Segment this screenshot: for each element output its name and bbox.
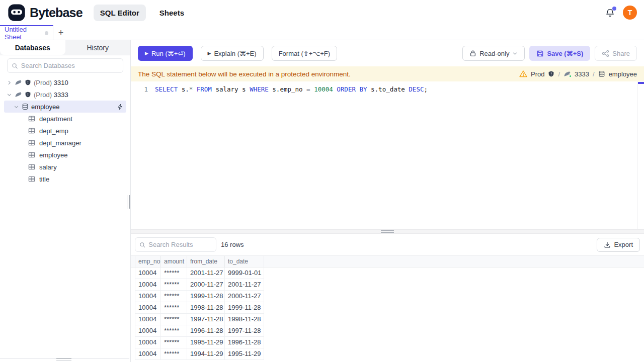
result-row[interactable]: 10004******1997-11-281998-11-28 [135,314,264,325]
tab-databases[interactable]: Databases [0,40,65,55]
result-cell[interactable]: 10004 [135,337,161,348]
environment-label[interactable]: Prod [531,70,544,78]
quick-query-bolt-icon[interactable] [117,104,123,110]
table-item-salary[interactable]: salary [0,161,130,173]
search-databases-input[interactable] [21,62,119,69]
database-label: employee [31,103,59,111]
result-cell[interactable]: 2000-11-27 [225,291,264,302]
table-icon [28,151,35,158]
result-cell[interactable]: ****** [161,291,187,302]
result-cell[interactable]: 2000-11-27 [187,279,225,290]
result-cell[interactable]: 10004 [135,314,161,325]
instance-prod-3310[interactable]: (Prod) 3310 [0,76,130,88]
brand-name: Bytebase [30,6,83,20]
nav-sheets[interactable]: Sheets [153,5,191,21]
brand[interactable]: Bytebase [7,3,83,22]
search-results-input[interactable] [148,241,212,248]
result-cell[interactable]: 1999-11-28 [187,291,225,302]
result-row[interactable]: 10004******1996-11-281997-11-28 [135,325,264,337]
sql-token: WHERE [250,85,269,93]
sql-token: s. [178,85,189,93]
results-resize-handle[interactable] [131,229,644,234]
result-cell[interactable]: 1997-11-28 [225,325,264,336]
explain-button[interactable]: ▶Explain (⌘+E) [201,46,264,61]
chevron-down-icon[interactable] [6,92,12,98]
database-label[interactable]: employee [609,70,637,78]
result-column-header[interactable]: emp_no [135,256,161,267]
share-button[interactable]: Share [595,46,637,61]
result-column-header[interactable]: amount [161,256,187,267]
result-cell[interactable]: 1996-11-28 [225,337,264,348]
connection-breadcrumb: Prod / 3333 / employee [519,70,637,78]
result-cell[interactable]: ****** [161,279,187,290]
result-cell[interactable]: 10004 [135,348,161,359]
chevron-down-icon[interactable] [13,104,19,110]
database-employee-item[interactable]: employee [4,101,126,113]
result-cell[interactable]: 1995-11-29 [187,337,225,348]
result-cell[interactable]: 2001-11-27 [187,267,225,279]
table-item-dept_emp[interactable]: dept_emp [0,125,130,137]
table-icon [28,175,35,183]
result-cell[interactable]: 2001-11-27 [225,279,264,290]
result-cell[interactable]: ****** [161,314,187,325]
tab-history[interactable]: History [65,40,131,55]
result-cell[interactable]: 9999-01-01 [225,267,264,279]
result-cell[interactable]: 1998-11-28 [225,314,264,325]
result-row[interactable]: 10004******1999-11-282000-11-27 [135,291,264,302]
chevron-right-icon[interactable] [6,80,12,85]
result-cell[interactable]: 10004 [135,279,161,290]
sheet-tab-untitled[interactable]: Untitled Sheet [0,25,53,40]
avatar[interactable]: T [623,6,637,20]
table-item-dept_manager[interactable]: dept_manager [0,137,130,149]
format-button[interactable]: Format (⇧+⌥+F) [272,46,337,61]
table-label: salary [39,163,57,171]
result-cell[interactable]: 1996-11-28 [187,325,225,336]
result-cell[interactable]: ****** [161,337,187,348]
notifications-bell-icon[interactable] [605,8,615,18]
result-row[interactable]: 10004******1995-11-291996-11-28 [135,337,264,348]
result-cell[interactable]: 1995-11-29 [225,348,264,359]
save-button[interactable]: Save (⌘+S) [529,46,590,61]
instance-label[interactable]: 3333 [575,70,589,78]
result-cell[interactable]: ****** [161,302,187,313]
new-sheet-button[interactable]: + [53,25,68,40]
export-button[interactable]: Export [597,238,640,252]
result-row[interactable]: 10004******1998-11-281999-11-28 [135,302,264,314]
editor-scrollbar[interactable] [637,81,644,229]
code-line[interactable]: 1 SELECT s.* FROM salary s WHERE s.emp_n… [131,81,644,94]
result-cell[interactable]: 1997-11-28 [187,314,225,325]
table-item-employee[interactable]: employee [0,149,130,161]
result-cell[interactable]: 1999-11-28 [225,302,264,313]
result-cell[interactable]: 10004 [135,291,161,302]
result-cell[interactable]: 10004 [135,325,161,336]
table-icon [28,115,35,122]
result-cell[interactable]: ****** [161,348,187,359]
result-cell[interactable]: 10004 [135,267,161,279]
result-row[interactable]: 10004******2001-11-279999-01-01 [135,267,264,279]
run-button[interactable]: ▶Run (⌘+⏎) [138,46,193,61]
main-panel: ▶Run (⌘+⏎) ▶Explain (⌘+E) Format (⇧+⌥+F)… [131,40,644,362]
sql-token [193,85,197,93]
table-icon [28,139,35,146]
sidebar-bottom-resize-handle[interactable] [56,358,71,361]
table-item-department[interactable]: department [0,113,130,125]
readonly-mode-dropdown[interactable]: Read-only [462,46,525,61]
sql-token: ; [424,85,428,93]
sql-code[interactable]: SELECT s.* FROM salary s WHERE s.emp_no … [155,84,428,94]
result-cell[interactable]: 10004 [135,302,161,313]
result-cell[interactable]: 1998-11-28 [187,302,225,313]
line-number: 1 [131,84,151,94]
instance-prod-3333[interactable]: (Prod) 3333 [0,88,130,101]
result-column-header[interactable]: to_date [225,256,264,267]
bytebase-sql-editor-app: Bytebase SQL Editor Sheets T Untitled Sh… [0,0,644,362]
nav-sql-editor[interactable]: SQL Editor [94,5,146,21]
result-column-header[interactable]: from_date [187,256,225,267]
result-cell[interactable]: ****** [161,267,187,279]
sql-editor-area[interactable]: 1 SELECT s.* FROM salary s WHERE s.emp_n… [131,81,644,229]
result-cell[interactable]: ****** [161,325,187,336]
result-cell[interactable]: 1994-11-29 [187,348,225,359]
table-item-title[interactable]: title [0,173,130,185]
sidebar-resize-handle[interactable] [127,195,130,209]
result-row[interactable]: 10004******2000-11-272001-11-27 [135,279,264,291]
result-row[interactable]: 10004******1994-11-291995-11-29 [135,348,264,360]
